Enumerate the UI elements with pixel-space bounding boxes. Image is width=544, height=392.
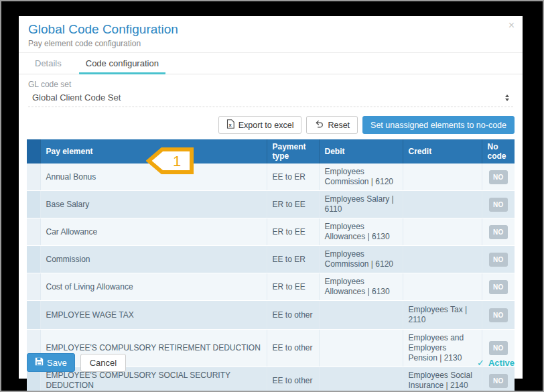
no-code-column-header: No code	[482, 139, 515, 164]
select-arrows-icon	[505, 94, 509, 101]
cell-debit[interactable]: Employees Salary | 6110	[319, 191, 403, 218]
cell-debit[interactable]: Employees Allowances | 6130	[319, 218, 403, 246]
save-label: Save	[47, 358, 67, 368]
no-code-toggle[interactable]: NO	[489, 253, 508, 267]
dialog-header: Global Code Configuration Pay element co…	[19, 16, 523, 53]
cell-payment-type: EE to ER	[267, 246, 319, 273]
reset-label: Reset	[328, 121, 350, 130]
save-button[interactable]: Save	[27, 353, 75, 372]
row-selector-cell	[27, 246, 40, 273]
no-code-toggle[interactable]: NO	[489, 308, 508, 322]
cell-payment-type: ER to EE	[267, 191, 319, 218]
cell-pay-element: EMPLOYEE WAGE TAX	[40, 301, 267, 330]
dialog-footer: Save Cancel ✓ Active	[27, 353, 515, 372]
no-code-toggle[interactable]: NO	[489, 170, 508, 184]
cell-credit[interactable]	[403, 273, 482, 301]
cell-no-code: NO	[482, 273, 515, 301]
tab-bar: Details Code configuration	[19, 53, 523, 74]
cell-credit[interactable]	[403, 218, 482, 246]
cell-credit[interactable]	[403, 164, 482, 191]
row-selector-cell	[27, 164, 40, 191]
table-row: EMPLOYEE WAGE TAXEE to otherEmployees Ta…	[27, 301, 515, 330]
no-code-toggle[interactable]: NO	[489, 374, 508, 388]
table-row: CommissionEE to EREmployees Commission |…	[27, 246, 515, 273]
table-row: Cost of Living AllowanceER to EEEmployee…	[27, 273, 515, 301]
table-toolbar: x Export to excel Reset Set unassigned e…	[19, 107, 523, 139]
table-row: Base SalaryER to EEEmployees Salary | 61…	[27, 191, 515, 218]
row-selector-cell	[27, 301, 40, 330]
cell-payment-type: EE to ER	[267, 164, 319, 191]
global-code-configuration-dialog: × Global Code Configuration Pay element …	[19, 16, 523, 379]
check-icon: ✓	[477, 358, 484, 368]
export-to-excel-label: Export to excel	[239, 121, 294, 130]
cell-no-code: NO	[482, 191, 515, 218]
cell-payment-type: ER to EE	[267, 273, 319, 301]
svg-text:x: x	[228, 122, 232, 128]
cell-payment-type: EE to other	[267, 301, 319, 330]
gl-code-set-label: GL code set	[28, 80, 513, 89]
status-label: Active	[488, 358, 515, 368]
row-selector-cell	[27, 218, 40, 246]
cell-pay-element: Cost of Living Allowance	[40, 273, 267, 301]
cancel-button[interactable]: Cancel	[80, 354, 126, 372]
cell-pay-element: Car Allowance	[40, 218, 267, 246]
no-code-toggle[interactable]: NO	[489, 225, 508, 239]
cell-pay-element: Commission	[40, 246, 267, 273]
cell-no-code: NO	[482, 218, 515, 246]
no-code-toggle[interactable]: NO	[489, 280, 508, 294]
cell-pay-element: Annual Bonus	[40, 164, 267, 191]
selector-column-header	[27, 139, 40, 164]
cell-no-code: NO	[482, 164, 515, 191]
page-subtitle: Pay element code configuration	[28, 39, 513, 48]
no-code-toggle[interactable]: NO	[489, 198, 508, 212]
cell-debit[interactable]: Employees Commission | 6120	[319, 164, 403, 191]
table-header-row: Pay element Payment type Debit Credit No…	[27, 139, 515, 164]
table-row: Car AllowanceER to EEEmployees Allowance…	[27, 218, 515, 246]
table-row: Annual BonusEE to EREmployees Commission…	[27, 164, 515, 191]
status-badge: ✓ Active	[477, 358, 515, 368]
credit-column-header: Credit	[403, 139, 482, 164]
pay-element-column-header: Pay element	[40, 139, 267, 164]
cell-credit[interactable]	[403, 191, 482, 218]
payment-type-column-header: Payment type	[267, 139, 319, 164]
reset-button[interactable]: Reset	[306, 116, 358, 134]
page-title: Global Code Configuration	[28, 22, 513, 37]
cell-no-code: NO	[482, 246, 515, 273]
gl-code-set-value: Global Client Code Set	[32, 92, 121, 103]
cell-pay-element: Base Salary	[40, 191, 267, 218]
close-icon[interactable]: ×	[508, 20, 515, 31]
row-selector-cell	[27, 191, 40, 218]
row-selector-cell	[27, 273, 40, 301]
cell-credit[interactable]: Employees Tax | 2110	[403, 301, 482, 330]
excel-file-icon: x	[226, 119, 234, 131]
gl-code-set-field: GL code set Global Client Code Set	[19, 74, 523, 107]
floppy-disk-icon	[35, 357, 44, 368]
gl-code-set-select[interactable]: Global Client Code Set	[28, 92, 513, 107]
tab-code-configuration[interactable]: Code configuration	[79, 53, 165, 74]
debit-column-header: Debit	[319, 139, 403, 164]
export-to-excel-button[interactable]: x Export to excel	[218, 116, 302, 134]
cell-debit[interactable]: Employees Commission | 6120	[319, 246, 403, 273]
cell-no-code: NO	[482, 301, 515, 330]
cell-debit[interactable]	[319, 301, 403, 330]
cell-credit[interactable]	[403, 246, 482, 273]
undo-arrow-icon	[314, 120, 324, 130]
cell-payment-type: ER to EE	[267, 218, 319, 246]
cell-debit[interactable]: Employees Allowances | 6130	[319, 273, 403, 301]
set-unassigned-to-no-code-button[interactable]: Set unassigned elements to no-code	[362, 116, 515, 134]
tab-details[interactable]: Details	[28, 53, 68, 74]
